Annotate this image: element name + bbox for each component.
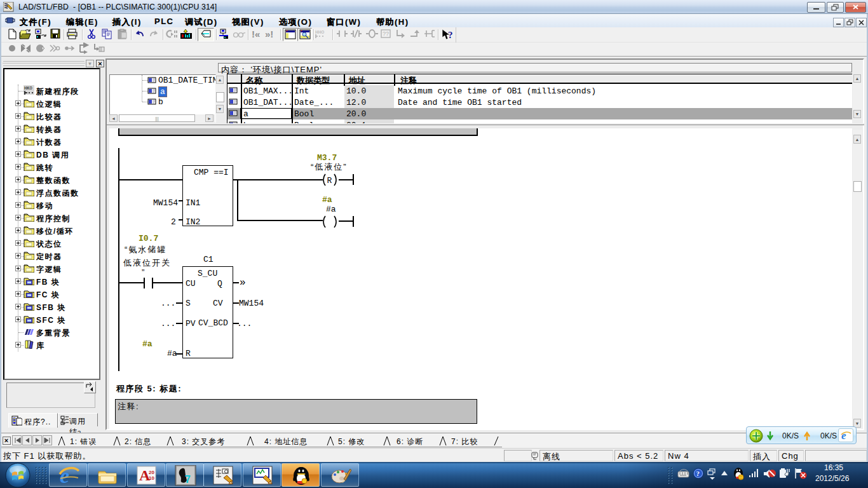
svg-text:HHO: HHO bbox=[315, 29, 325, 35]
svg-text:?: ? bbox=[448, 30, 453, 40]
svg-text:??: ?? bbox=[383, 30, 389, 37]
svg-text:HKO: HKO bbox=[24, 86, 32, 91]
svg-text:20: 20 bbox=[149, 470, 154, 475]
svg-text:?: ? bbox=[696, 470, 700, 477]
svg-text:e: e bbox=[841, 430, 846, 442]
svg-text:R: R bbox=[327, 176, 332, 186]
svg-text:7: 7 bbox=[185, 474, 191, 485]
svg-text:10: 10 bbox=[149, 475, 154, 481]
